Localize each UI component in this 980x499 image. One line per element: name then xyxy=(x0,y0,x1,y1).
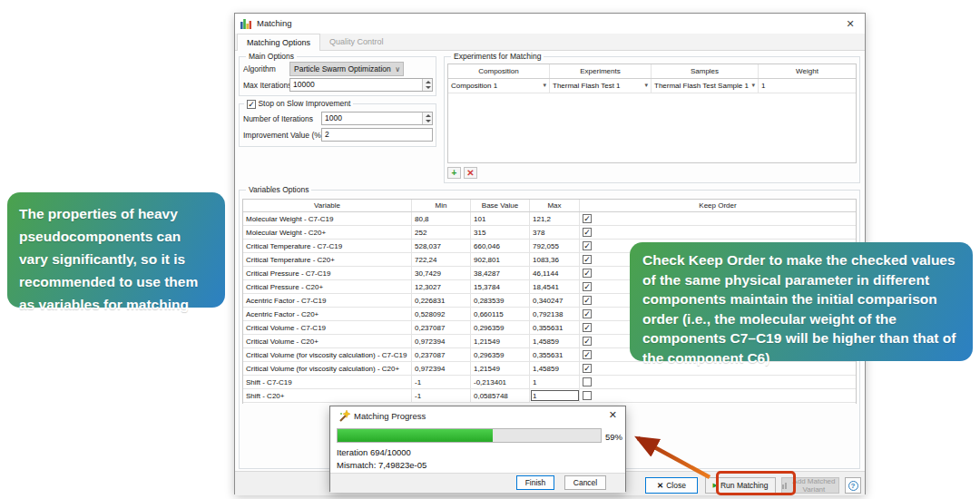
column-header[interactable]: Composition xyxy=(448,64,550,78)
composition-cell[interactable]: Composition 1▾ xyxy=(448,79,550,93)
max-cell[interactable]: 792,055 xyxy=(530,240,580,252)
min-cell[interactable]: 252 xyxy=(412,226,471,239)
sample-cell[interactable]: Thermal Flash Test Sample 1▾ xyxy=(652,79,759,93)
base-value-cell[interactable]: 315 xyxy=(471,226,530,239)
keep-order-checkbox-checked[interactable]: ✓ xyxy=(583,350,592,359)
variable-name-cell[interactable]: Critical Volume (for viscosity calculati… xyxy=(243,348,412,361)
base-value-cell[interactable]: 15,3784 xyxy=(471,280,530,293)
keep-order-checkbox-unchecked[interactable] xyxy=(583,377,592,386)
keep-order-checkbox-checked[interactable]: ✓ xyxy=(583,255,592,264)
remove-experiment-button[interactable]: ✕ xyxy=(464,167,477,179)
variable-name-cell[interactable]: Acentric Factor - C20+ xyxy=(243,308,412,320)
keep-order-checkbox-unchecked[interactable] xyxy=(583,391,592,400)
min-cell[interactable]: 12,3027 xyxy=(412,280,471,293)
min-cell[interactable]: 0,528092 xyxy=(412,308,471,320)
dropdown-arrow-icon[interactable]: ▾ xyxy=(644,82,648,89)
variable-name-cell[interactable]: Critical Pressure - C7-C19 xyxy=(243,267,412,279)
variable-name-cell[interactable]: Critical Volume - C20+ xyxy=(243,335,412,347)
base-value-cell[interactable]: 0,283539 xyxy=(471,294,530,307)
close-button[interactable]: ✕ Close xyxy=(645,477,698,494)
tab-matching-options[interactable]: Matching Options xyxy=(237,34,320,51)
variable-name-cell[interactable]: Molecular Weight - C20+ xyxy=(243,226,412,239)
column-header[interactable]: Samples xyxy=(652,64,759,78)
max-cell[interactable]: 378 xyxy=(530,226,580,239)
variable-name-cell[interactable]: Shift - C7-C19 xyxy=(243,376,412,388)
min-cell[interactable]: 30,7429 xyxy=(412,267,471,279)
column-header[interactable]: Min xyxy=(412,200,471,211)
improvement-value-input[interactable]: 2 xyxy=(321,128,433,142)
tab-quality-control[interactable]: Quality Control xyxy=(320,34,393,51)
min-cell[interactable]: 80,8 xyxy=(412,212,471,225)
max-cell[interactable]: 1 xyxy=(530,389,580,402)
max-cell[interactable]: 18,4541 xyxy=(530,280,580,293)
min-cell[interactable]: 0,972394 xyxy=(412,335,471,347)
min-cell[interactable]: 528,037 xyxy=(412,240,471,252)
variable-name-cell[interactable]: Shift - C20+ xyxy=(243,389,412,402)
max-cell[interactable]: 0,355631 xyxy=(530,348,580,361)
keep-order-checkbox-checked[interactable]: ✓ xyxy=(583,337,592,346)
base-value-cell[interactable]: 38,4287 xyxy=(471,267,530,279)
min-cell[interactable]: 0,972394 xyxy=(412,362,471,375)
min-cell[interactable]: 722,24 xyxy=(412,253,471,266)
base-value-cell[interactable]: 0,296359 xyxy=(471,321,530,334)
spinner-icon[interactable] xyxy=(422,79,432,91)
min-cell[interactable]: 0,226831 xyxy=(412,294,471,307)
base-value-cell[interactable]: 0,296359 xyxy=(471,348,530,361)
base-value-cell[interactable]: -0,213401 xyxy=(471,376,530,388)
number-of-iterations-input[interactable]: 1000 xyxy=(321,112,433,125)
min-cell[interactable]: -1 xyxy=(412,389,471,402)
dialog-close-icon[interactable]: ✕ xyxy=(843,17,858,30)
column-header[interactable]: Weight xyxy=(759,64,856,78)
keep-order-checkbox-checked[interactable]: ✓ xyxy=(583,323,592,332)
keep-order-checkbox-checked[interactable]: ✓ xyxy=(583,214,592,223)
base-value-cell[interactable]: 0,0585748 xyxy=(471,389,530,402)
dialog-titlebar[interactable]: Matching ✕ xyxy=(235,14,865,34)
base-value-cell[interactable]: 101 xyxy=(471,212,530,225)
stop-group-legend[interactable]: ✓ Stop on Slow Improvement xyxy=(244,99,353,109)
base-value-cell[interactable]: 1,21549 xyxy=(471,335,530,347)
add-experiment-button[interactable]: + xyxy=(447,167,461,179)
min-cell[interactable]: 0,237087 xyxy=(412,321,471,334)
column-header[interactable]: Max xyxy=(530,200,580,211)
min-cell[interactable]: -1 xyxy=(412,376,471,388)
column-header[interactable]: Experiments xyxy=(550,64,652,78)
base-value-cell[interactable]: 0,660115 xyxy=(471,308,530,320)
keep-order-checkbox-checked[interactable]: ✓ xyxy=(583,269,592,278)
column-header[interactable]: Keep Order xyxy=(580,200,856,211)
keep-order-checkbox-checked[interactable]: ✓ xyxy=(583,282,592,291)
spinner-icon[interactable] xyxy=(422,113,432,124)
base-value-cell[interactable]: 902,801 xyxy=(471,253,530,266)
variable-name-cell[interactable]: Critical Temperature - C7-C19 xyxy=(243,240,412,252)
stop-checkbox[interactable]: ✓ xyxy=(247,100,256,109)
variable-name-cell[interactable]: Critical Volume - C7-C19 xyxy=(243,321,412,334)
keep-order-checkbox-checked[interactable]: ✓ xyxy=(583,309,592,318)
max-cell[interactable]: 1,45859 xyxy=(530,335,580,347)
cancel-button[interactable]: Cancel xyxy=(564,475,606,490)
base-value-cell[interactable]: 1,21549 xyxy=(471,362,530,375)
dropdown-arrow-icon[interactable]: ▾ xyxy=(543,82,546,89)
keep-order-checkbox-checked[interactable]: ✓ xyxy=(583,296,592,305)
column-header[interactable]: Base Value xyxy=(471,200,530,211)
keep-order-checkbox-checked[interactable]: ✓ xyxy=(583,364,592,373)
finish-button[interactable]: Finish xyxy=(516,475,554,490)
experiment-cell[interactable]: Thermal Flash Test 1▾ xyxy=(550,79,652,93)
max-cell[interactable]: 0,355631 xyxy=(530,321,580,334)
keep-order-checkbox-checked[interactable]: ✓ xyxy=(583,241,592,250)
max-iterations-input[interactable]: 10000 xyxy=(289,78,433,92)
max-cell[interactable]: 121,2 xyxy=(530,212,580,225)
weight-cell[interactable]: 1 xyxy=(759,79,856,93)
variable-name-cell[interactable]: Critical Pressure - C20+ xyxy=(243,280,412,293)
max-cell[interactable]: 46,1144 xyxy=(530,267,580,279)
column-header[interactable]: Variable xyxy=(243,200,412,211)
variable-name-cell[interactable]: Critical Volume (for viscosity calculati… xyxy=(243,362,412,375)
help-button[interactable]: ? xyxy=(845,477,861,494)
algorithm-select[interactable]: Particle Swarm Optimization ∨ xyxy=(289,62,404,76)
max-cell[interactable]: 0,340247 xyxy=(530,294,580,307)
progress-close-icon[interactable]: ✕ xyxy=(609,409,617,421)
keep-order-checkbox-checked[interactable]: ✓ xyxy=(583,228,592,237)
max-cell[interactable]: 1 xyxy=(530,376,580,388)
max-cell[interactable]: 0,792138 xyxy=(530,308,580,320)
min-cell[interactable]: 0,237087 xyxy=(412,348,471,361)
dropdown-arrow-icon[interactable]: ▾ xyxy=(751,82,755,89)
variable-name-cell[interactable]: Acentric Factor - C7-C19 xyxy=(243,294,412,307)
